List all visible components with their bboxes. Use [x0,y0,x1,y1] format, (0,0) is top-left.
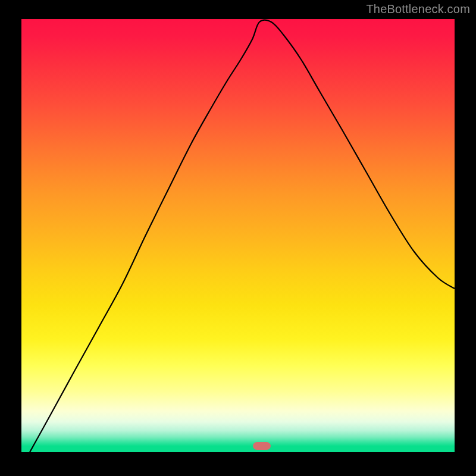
watermark-text: TheBottleneck.com [366,2,470,16]
curve-svg [21,19,455,452]
plot-area [21,19,455,452]
target-marker [253,442,271,450]
chart-frame: TheBottleneck.com [0,0,476,476]
bottleneck-curve [30,20,455,452]
